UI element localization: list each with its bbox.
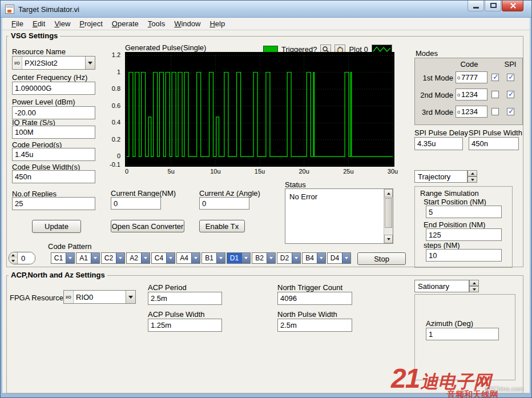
current-range-field[interactable]	[111, 197, 161, 210]
mode1-enable-checkbox[interactable]	[491, 74, 499, 81]
dropdown-value[interactable]: B1	[202, 253, 216, 263]
code-pattern-dropdown-b1[interactable]: B1	[201, 252, 225, 264]
chevron-down-icon[interactable]	[85, 57, 95, 69]
fpga-resource-combo[interactable]: I/O RIO0	[63, 290, 136, 304]
scroll-down-button[interactable]	[384, 235, 393, 243]
code-pattern-dropdown-b4[interactable]: B4	[302, 252, 326, 264]
chevron-down-icon[interactable]	[116, 253, 124, 263]
end-position-field[interactable]	[426, 228, 502, 241]
chevron-down-icon[interactable]	[91, 253, 99, 263]
mode1-spi-checkbox[interactable]	[507, 74, 514, 81]
spi-pulse-delay-field[interactable]	[414, 137, 463, 150]
mode2-enable-checkbox[interactable]	[491, 91, 499, 98]
resource-name-combo[interactable]: I/O PXI2Slot2	[12, 56, 95, 70]
mode2-code-value[interactable]: 1234	[461, 90, 478, 99]
code-pattern-dropdown-c1[interactable]: C1	[51, 252, 75, 264]
enable-tx-button[interactable]: Enable Tx	[199, 220, 245, 232]
code-pattern-dropdown-d4[interactable]: D4	[327, 252, 351, 264]
increment-button[interactable]	[469, 280, 479, 286]
menu-item-file[interactable]: File	[7, 18, 28, 30]
current-az-field[interactable]	[199, 197, 249, 210]
spi-pulse-width-field[interactable]	[469, 137, 519, 150]
code-pattern-index-spinner[interactable]: 0	[9, 252, 35, 264]
dropdown-value[interactable]: A2	[127, 253, 141, 263]
menu-item-operate[interactable]: Operate	[107, 18, 143, 30]
code-pattern-dropdown-a1[interactable]: A1	[76, 252, 100, 264]
code-pattern-dropdown-d1[interactable]: D1	[227, 252, 251, 264]
dropdown-value[interactable]: B4	[303, 253, 317, 263]
center-frequency-field[interactable]	[12, 82, 95, 95]
trajectory-ring[interactable]: Trajectory	[414, 170, 467, 183]
chevron-down-icon[interactable]	[191, 253, 200, 263]
mode2-code-field[interactable]: o 1234	[456, 89, 487, 100]
dropdown-value[interactable]: C1	[51, 253, 66, 263]
decrement-button[interactable]	[469, 286, 479, 292]
dropdown-value[interactable]: A4	[177, 253, 191, 263]
dropdown-value[interactable]: A1	[76, 253, 91, 263]
increment-button[interactable]	[467, 170, 477, 176]
title-bar[interactable]: Target Simulator.vi	[1, 1, 531, 18]
status-scrollbar[interactable]	[384, 189, 393, 243]
code-pattern-dropdown-b2[interactable]: B2	[252, 252, 276, 264]
steps-field[interactable]	[426, 249, 502, 262]
dropdown-value[interactable]: B2	[252, 253, 267, 263]
chevron-down-icon[interactable]	[241, 253, 250, 263]
replies-field[interactable]	[12, 197, 95, 210]
north-trigger-count-field[interactable]	[277, 292, 352, 305]
maximize-button[interactable]	[485, 1, 501, 11]
acp-pulse-width-field[interactable]	[148, 319, 222, 332]
mode3-spi-checkbox[interactable]	[507, 108, 514, 115]
open-scan-converter-button[interactable]: Open Scan Converter	[111, 220, 184, 232]
minimize-button[interactable]	[467, 1, 484, 11]
resource-name-value[interactable]: PXI2Slot2	[22, 57, 85, 69]
trajectory-spinner[interactable]	[467, 170, 477, 183]
menu-item-help[interactable]: Help	[205, 18, 229, 30]
chevron-down-icon[interactable]	[166, 253, 175, 263]
update-button[interactable]: Update	[32, 220, 81, 233]
code-pattern-dropdown-c4[interactable]: C4	[151, 252, 175, 264]
mode3-code-value[interactable]: 1234	[461, 107, 478, 116]
azimuth-field[interactable]	[426, 328, 499, 340]
stop-button[interactable]: Stop	[357, 252, 406, 265]
mode3-enable-checkbox[interactable]	[491, 108, 499, 115]
menu-item-project[interactable]: Project	[75, 18, 107, 30]
menu-item-window[interactable]: Window	[170, 18, 205, 30]
mode3-code-field[interactable]: o 1234	[456, 106, 487, 118]
stationary-spinner[interactable]	[469, 280, 479, 292]
scrollbar-thumb[interactable]	[385, 198, 392, 228]
chevron-down-icon[interactable]	[66, 253, 74, 263]
start-position-field[interactable]	[426, 206, 502, 218]
north-pulse-width-field[interactable]	[277, 319, 352, 332]
power-level-field[interactable]	[12, 106, 95, 119]
menu-item-edit[interactable]: Edit	[28, 18, 50, 30]
code-pattern-dropdown-c2[interactable]: C2	[101, 252, 125, 264]
chevron-down-icon[interactable]	[141, 253, 150, 263]
mode1-code-value[interactable]: 7777	[461, 73, 478, 82]
code-pattern-index-value[interactable]: 0	[18, 252, 35, 264]
close-button[interactable]	[502, 1, 523, 11]
code-pattern-dropdown-a2[interactable]: A2	[126, 252, 150, 264]
menu-item-view[interactable]: View	[50, 18, 75, 30]
acp-period-field[interactable]	[148, 292, 222, 305]
code-pattern-dropdown-d2[interactable]: D2	[277, 252, 301, 264]
chevron-down-icon[interactable]	[317, 253, 325, 263]
dropdown-value[interactable]: D1	[227, 253, 241, 263]
dropdown-value[interactable]: C4	[152, 253, 166, 263]
increment-button[interactable]	[9, 252, 17, 258]
dropdown-value[interactable]: C2	[102, 253, 116, 263]
scroll-up-button[interactable]	[384, 189, 393, 198]
code-pulse-width-field[interactable]	[12, 170, 95, 183]
stationary-ring[interactable]: Sationary	[414, 280, 469, 292]
mode2-spi-checkbox[interactable]	[507, 91, 514, 98]
chevron-down-icon[interactable]	[292, 253, 300, 263]
chevron-down-icon[interactable]	[342, 253, 350, 263]
code-period-field[interactable]	[12, 148, 95, 161]
fpga-resource-value[interactable]: RIO0	[74, 291, 126, 303]
mode1-code-field[interactable]: o 7777	[456, 71, 487, 83]
iq-rate-field[interactable]	[12, 126, 95, 139]
chevron-down-icon[interactable]	[216, 253, 225, 263]
code-pattern-dropdown-a4[interactable]: A4	[176, 252, 200, 264]
chevron-down-icon[interactable]	[126, 291, 135, 303]
dropdown-value[interactable]: D2	[277, 253, 292, 263]
chevron-down-icon[interactable]	[267, 253, 275, 263]
